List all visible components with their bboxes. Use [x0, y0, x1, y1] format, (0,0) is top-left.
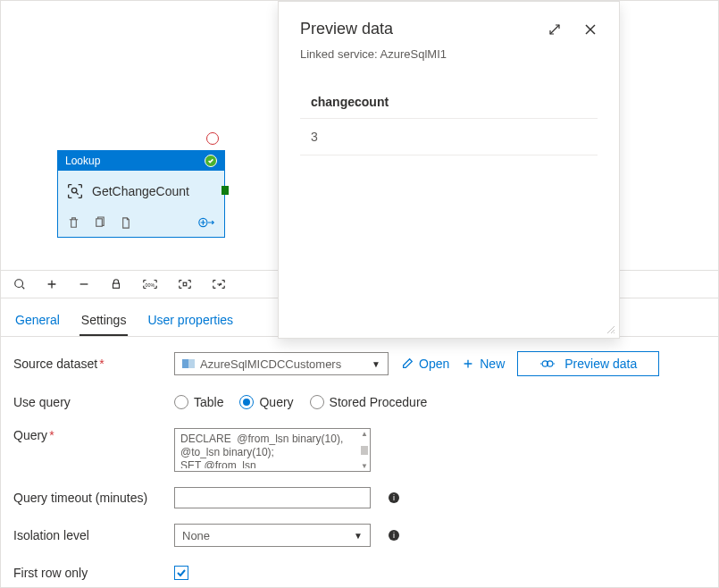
zoom-out-icon[interactable]: [78, 278, 90, 290]
preview-table: changecount 3: [300, 88, 598, 155]
fit-to-screen-icon[interactable]: [178, 278, 192, 290]
copy-icon[interactable]: [119, 216, 132, 230]
activity-name: GetChangeCount: [92, 184, 189, 198]
first-row-only-checkbox[interactable]: [174, 566, 188, 580]
source-dataset-dropdown[interactable]: AzureSqlMICDCCustomers ▼: [174, 352, 389, 375]
status-success-icon: [205, 155, 217, 167]
scroll-thumb[interactable]: [361, 446, 368, 455]
isolation-level-value: None: [182, 529, 210, 542]
query-label: Query*: [13, 428, 174, 442]
source-dataset-value: AzureSqlMICDCCustomers: [200, 357, 341, 371]
preview-col-header: changecount: [300, 88, 598, 119]
chevron-down-icon: ▼: [354, 531, 363, 541]
isolation-level-dropdown[interactable]: None ▼: [174, 524, 371, 547]
preview-subtitle: Linked service: AzureSqlMI1: [300, 47, 598, 61]
tab-general[interactable]: General: [13, 307, 62, 336]
svg-rect-1: [96, 218, 103, 225]
radio-table[interactable]: Table: [174, 395, 223, 409]
query-timeout-input[interactable]: [174, 487, 371, 508]
preview-data-button[interactable]: Preview data: [517, 351, 659, 376]
zoom-in-icon[interactable]: [46, 278, 58, 290]
source-dataset-label: Source dataset*: [13, 357, 174, 371]
clone-icon[interactable]: [93, 216, 106, 230]
radio-stored-procedure[interactable]: Stored Procedure: [310, 395, 428, 409]
svg-text:00%: 00%: [146, 282, 155, 288]
svg-rect-4: [113, 283, 120, 288]
new-dataset-button[interactable]: New: [462, 357, 505, 371]
activity-lookup-node[interactable]: Lookup GetChangeCount: [57, 150, 225, 238]
query-timeout-label: Query timeout (minutes): [13, 491, 174, 505]
activity-type-label: Lookup: [65, 155, 100, 167]
first-row-only-label: First row only: [13, 566, 174, 580]
dataset-icon: [182, 359, 195, 368]
tab-settings[interactable]: Settings: [79, 307, 129, 336]
scroll-down-icon[interactable]: ▼: [361, 462, 368, 470]
resize-handle-icon[interactable]: [605, 323, 615, 334]
preview-row: 3: [300, 119, 598, 155]
settings-form: Source dataset* AzureSqlMICDCCustomers ▼…: [1, 337, 718, 588]
zoom-percent-icon[interactable]: 00%: [142, 278, 158, 290]
svg-rect-6: [183, 282, 187, 286]
preview-title: Preview data: [300, 20, 393, 38]
info-icon[interactable]: i: [389, 530, 399, 541]
close-icon[interactable]: [583, 22, 598, 37]
query-textarea[interactable]: [175, 429, 361, 468]
zoom-search-icon[interactable]: [13, 278, 26, 290]
svg-point-3: [15, 280, 23, 288]
autolayout-icon[interactable]: [212, 278, 226, 290]
validation-circle-icon: [206, 132, 219, 145]
use-query-label: Use query: [13, 395, 174, 409]
lookup-icon: [65, 181, 85, 201]
lock-icon[interactable]: [110, 278, 122, 290]
delete-icon[interactable]: [67, 216, 80, 230]
expand-icon[interactable]: [548, 22, 562, 37]
chevron-down-icon: ▼: [372, 359, 380, 369]
info-icon[interactable]: i: [389, 492, 399, 503]
open-dataset-button[interactable]: Open: [401, 357, 449, 371]
radio-query[interactable]: Query: [239, 395, 293, 409]
tab-user-properties[interactable]: User properties: [146, 307, 235, 336]
svg-point-0: [71, 188, 77, 193]
success-connector[interactable]: [222, 186, 229, 195]
scrollbar[interactable]: ▲ ▼: [359, 429, 370, 471]
use-query-radio-group: Table Query Stored Procedure: [174, 395, 427, 409]
preview-data-panel: Preview data Linked service: AzureSqlMI1…: [278, 1, 620, 339]
add-output-icon[interactable]: [197, 215, 215, 230]
scroll-up-icon[interactable]: ▲: [361, 430, 368, 438]
isolation-level-label: Isolation level: [13, 528, 174, 542]
